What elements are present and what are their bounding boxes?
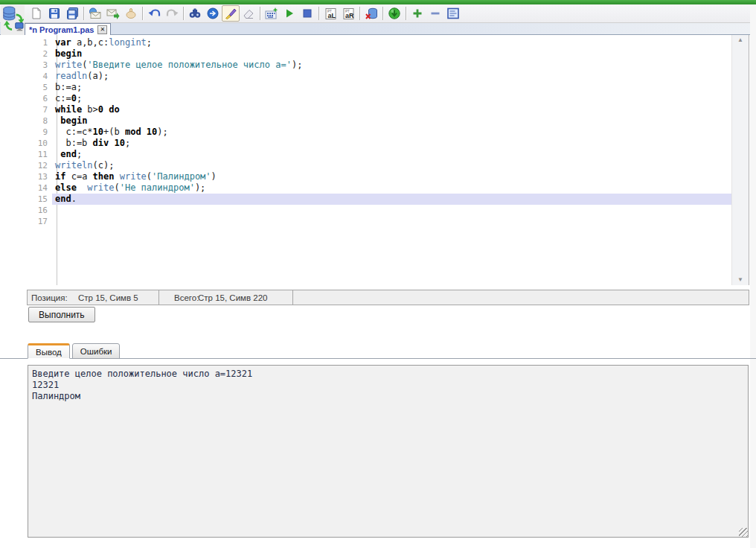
- redo-icon[interactable]: [163, 5, 181, 22]
- code-text[interactable]: [52, 205, 731, 216]
- app-logo[interactable]: [1, 5, 25, 35]
- code-editor[interactable]: 1var a,b,c:longint;2begin3write('Введите…: [25, 35, 731, 285]
- right-margin: [750, 4, 756, 548]
- hand-icon[interactable]: [122, 5, 140, 22]
- line-number: 14: [25, 182, 52, 194]
- code-text[interactable]: while b>0 do: [52, 104, 731, 115]
- code-line[interactable]: 2begin: [25, 48, 731, 60]
- code-line[interactable]: 12writeln(c);: [25, 160, 731, 171]
- code-line[interactable]: 14else write('Не палиндром');: [25, 182, 731, 194]
- status-position-cell: Позиция: Стр 15, Симв 5: [28, 290, 158, 305]
- database-delete-icon[interactable]: [362, 5, 380, 22]
- run-button[interactable]: Выполнить: [28, 307, 95, 322]
- svg-text:aR: aR: [345, 12, 354, 19]
- code-text[interactable]: c:=c*10+(b mod 10);: [52, 127, 731, 138]
- code-line[interactable]: 8 begin: [25, 115, 731, 127]
- toolbar-group: [385, 4, 403, 22]
- total-label: Всего:: [159, 293, 198, 302]
- code-text[interactable]: write('Введите целое положительное число…: [52, 60, 731, 71]
- code-line[interactable]: 17: [25, 216, 731, 227]
- status-divider: [292, 290, 293, 305]
- mail-send-icon[interactable]: [104, 5, 122, 22]
- code-line[interactable]: 9 c:=c*10+(b mod 10);: [25, 127, 731, 138]
- scroll-down-icon[interactable]: ▼: [732, 275, 749, 285]
- code-line[interactable]: 16: [25, 205, 731, 216]
- console-window-icon[interactable]: [444, 5, 462, 22]
- app-window: PTaLPTaR *n Program1.pas ✕ 1var a,b,c:lo…: [0, 0, 756, 548]
- code-line[interactable]: 5b:=a;: [25, 82, 731, 93]
- toolbar-separator: [83, 7, 84, 20]
- new-file-icon[interactable]: [28, 5, 45, 22]
- mail-open-icon[interactable]: [86, 5, 104, 22]
- toolbar-group: [28, 4, 81, 22]
- code-line[interactable]: 6c:=0;: [25, 93, 731, 104]
- line-number: 6: [25, 93, 52, 104]
- toolbar-separator: [406, 7, 406, 20]
- code-text[interactable]: readln(a);: [52, 71, 731, 82]
- line-number: 2: [25, 48, 52, 60]
- code-text[interactable]: [52, 216, 731, 227]
- code-line[interactable]: 1var a,b,c:longint;: [25, 37, 731, 48]
- goto-icon[interactable]: [204, 5, 222, 22]
- zoom-out-icon[interactable]: [426, 5, 444, 22]
- position-label: Позиция:: [28, 293, 78, 302]
- code-line[interactable]: 13if c=a then write('Палиндром'): [25, 171, 731, 182]
- code-text[interactable]: writeln(c);: [52, 160, 731, 171]
- code-text[interactable]: end.: [52, 194, 731, 205]
- code-text[interactable]: b:=a;: [52, 82, 731, 93]
- toolbar-separator: [183, 7, 184, 20]
- editor-tab-strip: *n Program1.pas ✕: [0, 23, 756, 35]
- code-line[interactable]: 10 b:=b div 10;: [25, 138, 731, 149]
- tab-close-icon[interactable]: ✕: [97, 25, 107, 34]
- output-console[interactable]: Введите целое положительное число a=1232…: [28, 365, 749, 538]
- code-text[interactable]: b:=b div 10;: [52, 138, 731, 149]
- line-number: 10: [25, 138, 52, 149]
- status-bar: Позиция: Стр 15, Симв 5 Всего: Стр 15, С…: [27, 290, 749, 305]
- undo-icon[interactable]: [145, 5, 163, 22]
- line-number: 12: [25, 160, 52, 171]
- line-number: 8: [25, 115, 52, 127]
- toolbar-separator: [142, 7, 143, 20]
- save-all-icon[interactable]: [63, 5, 81, 22]
- eraser-icon[interactable]: [240, 5, 257, 22]
- doc-align-left-icon[interactable]: PTaL: [321, 5, 339, 22]
- keyboard-icon[interactable]: [263, 5, 281, 22]
- find-icon[interactable]: [186, 5, 204, 22]
- code-text[interactable]: begin: [52, 115, 731, 127]
- toolbar-group: [186, 4, 257, 22]
- code-line[interactable]: 3write('Введите целое положительное числ…: [25, 60, 731, 71]
- tab-errors[interactable]: Ошибки: [72, 343, 121, 359]
- editor-vscrollbar[interactable]: ▲ ▼: [731, 35, 749, 285]
- code-line[interactable]: 15end.: [25, 194, 731, 205]
- save-icon[interactable]: [45, 5, 63, 22]
- total-value: Стр 15, Симв 220: [198, 293, 267, 302]
- editor-tab-program1[interactable]: *n Program1.pas ✕: [25, 23, 111, 35]
- line-number: 4: [25, 71, 52, 82]
- toolbar-group: [145, 4, 181, 22]
- stop-icon[interactable]: [298, 5, 316, 22]
- line-number: 15: [25, 194, 52, 205]
- code-text[interactable]: end;: [52, 149, 731, 160]
- code-text[interactable]: if c=a then write('Палиндром'): [52, 171, 731, 182]
- code-line[interactable]: 4readln(a);: [25, 71, 731, 82]
- code-line[interactable]: 11 end;: [25, 149, 731, 160]
- resize-grip-icon[interactable]: [739, 528, 748, 537]
- code-text[interactable]: else write('Не палиндром');: [52, 182, 731, 194]
- code-text[interactable]: var a,b,c:longint;: [52, 37, 731, 48]
- line-number: 16: [25, 205, 52, 216]
- run-icon[interactable]: [281, 5, 298, 22]
- toolbar-group: [362, 4, 380, 22]
- status-total-cell: Всего: Стр 15, Симв 220: [159, 290, 292, 305]
- code-line[interactable]: 7while b>0 do: [25, 104, 731, 115]
- line-number: 9: [25, 127, 52, 138]
- format-brush-icon[interactable]: [222, 5, 240, 22]
- tab-output[interactable]: Вывод: [28, 343, 70, 359]
- doc-align-right-icon[interactable]: PTaR: [339, 5, 357, 22]
- globe-download-icon[interactable]: [385, 5, 403, 22]
- code-text[interactable]: begin: [52, 48, 731, 60]
- scroll-up-icon[interactable]: ▲: [732, 35, 749, 45]
- toolbar-group: PTaLPTaR: [321, 4, 357, 22]
- code-text[interactable]: c:=0;: [52, 93, 731, 104]
- zoom-in-icon[interactable]: [409, 5, 426, 22]
- line-number: 13: [25, 171, 52, 182]
